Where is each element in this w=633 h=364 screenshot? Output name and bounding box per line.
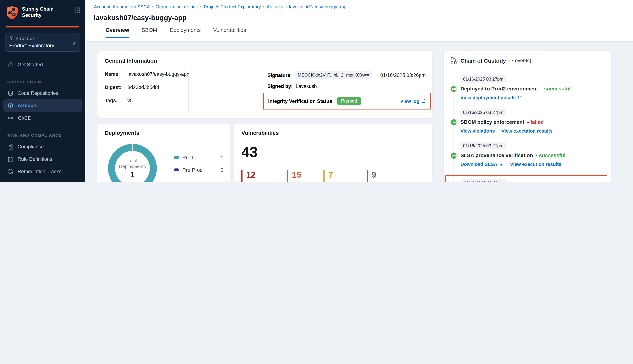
severity-low: 9LOW	[367, 170, 387, 182]
view-execution-results-link[interactable]: View execution results	[510, 162, 562, 167]
tab-overview[interactable]: Overview	[106, 27, 129, 38]
severity-high: 15HIGH	[287, 170, 308, 182]
clipboard-check-icon	[7, 156, 14, 162]
integrity-status-annotation: Integrity Verification Status: Passed Vi…	[263, 93, 431, 110]
divider	[188, 74, 189, 110]
tab-vulnerabilities[interactable]: Vulnerabilities	[213, 27, 246, 38]
tab-sbom[interactable]: SBOM	[142, 27, 157, 38]
page-title: lavakush07/easy-buggy-app	[94, 14, 633, 22]
legend-prod: Prod 1	[174, 154, 224, 160]
chevron-separator: ›	[285, 4, 287, 10]
cicd-infinity-icon	[7, 114, 14, 121]
breadcrumb-organization[interactable]: Organization: default	[156, 4, 198, 10]
breadcrumb-project[interactable]: Project: Product Exploratory	[204, 4, 261, 10]
signature-timestamp: 01/16/2025 03:26pm	[380, 72, 426, 78]
chevron-right-icon	[72, 40, 76, 47]
sidebar-item-artifacts[interactable]: Artifacts	[3, 99, 82, 112]
divider	[620, 42, 620, 182]
status-badge-passed: Passed	[338, 97, 361, 105]
pre-prod-swatch	[174, 168, 179, 172]
home-icon	[7, 61, 14, 68]
sidebar-item-label: Artifacts	[18, 103, 38, 108]
sidebar: Supply Chain Security PROJECT Product Ex…	[0, 0, 85, 182]
field-signed-by: Signed by: Lavakush	[268, 84, 426, 89]
sidebar-item-compliance[interactable]: Compliance	[0, 140, 85, 153]
module-grid-icon[interactable]	[74, 7, 80, 15]
sidebar-item-label: Rule Definitions	[18, 156, 52, 162]
chain-of-custody-icon	[450, 57, 457, 64]
event-timestamp: 01/16/2025 03:27pm	[460, 76, 506, 83]
content-area: General Information Name:lavakush07/easy…	[85, 42, 633, 182]
external-link-icon	[421, 99, 426, 103]
breadcrumb-current[interactable]: lavakush07/easy-buggy-app	[289, 4, 346, 10]
supply-chain-security-logo-icon	[6, 6, 18, 20]
signature-value[interactable]: MEQCICde2VjIT...bL+2+mqnOXw==	[295, 72, 372, 79]
sidebar-item-label: Get Started	[18, 62, 43, 67]
prod-swatch	[174, 156, 179, 159]
chevron-separator: ›	[263, 4, 264, 10]
project-label: PROJECT	[16, 36, 35, 40]
sidebar-item-remediation-tracker[interactable]: Remediation Tracker	[0, 165, 85, 178]
severity-breakdown: 12CRITICAL 15HIGH 7MEDIUM 9LOW	[242, 170, 425, 182]
code-repo-icon	[7, 90, 14, 96]
breadcrumb-artifacts[interactable]: Artifacts	[267, 4, 283, 10]
page-header: Account: Automation-SSCA› Organization: …	[85, 0, 633, 42]
view-deployment-details-link[interactable]: View deployment details	[460, 95, 522, 100]
tab-deployments[interactable]: Deployments	[170, 27, 200, 38]
view-log-link[interactable]: View log	[400, 98, 426, 104]
event-timestamp: 01/16/2025 03:27pm	[460, 142, 506, 150]
custody-event-highlighted: 01/16/2025 03:26pm Artifact Integrity Ve…	[445, 176, 607, 182]
view-execution-results-link[interactable]: View execution results	[501, 128, 552, 134]
app-window: Supply Chain Security PROJECT Product Ex…	[0, 0, 633, 182]
event-title: Deployed to Prod2 environment	[460, 86, 538, 92]
general-information-card: General Information Name:lavakush07/easy…	[98, 51, 432, 118]
event-title: SBOM policy enforcement	[460, 119, 524, 125]
field-signature: Signature: MEQCICde2VjIT...bL+2+mqnOXw==…	[268, 72, 426, 79]
sidebar-item-label: CI/CD	[18, 115, 32, 121]
external-link-icon	[518, 96, 522, 100]
chevron-separator: ›	[200, 4, 202, 10]
download-icon	[499, 162, 504, 166]
chain-of-custody-card: Chain of Custody (7 events) 01/16/2025 0…	[444, 51, 611, 182]
event-timestamp: 01/16/2025 03:26pm	[461, 180, 506, 182]
section-label-supply-chain: SUPPLY CHAIN	[7, 80, 85, 84]
pipeline-step-icon	[450, 85, 458, 93]
custody-timeline: 01/16/2025 03:27pm Deployed to Prod2 env…	[450, 76, 604, 182]
pipeline-step-icon	[450, 119, 458, 126]
deployments-donut-chart: TotalDeployments 1	[108, 144, 157, 182]
vulnerabilities-card: Vulnerabilities 43 12CRITICAL 15HIGH 7ME…	[234, 124, 432, 182]
breadcrumb-account[interactable]: Account: Automation-SSCA	[94, 4, 150, 10]
view-violations-link[interactable]: View violations	[460, 128, 495, 134]
card-title: Vulnerabilities	[242, 130, 425, 136]
legend-pre-prod: Pre Prod 0	[174, 167, 224, 173]
breadcrumb: Account: Automation-SSCA› Organization: …	[94, 4, 633, 10]
event-timestamp: 01/16/2025 03:27pm	[460, 109, 506, 116]
event-status: successful	[536, 152, 566, 158]
severity-medium: 7MEDIUM	[324, 170, 351, 182]
app-title: Supply Chain Security	[22, 6, 74, 18]
sidebar-item-label: Compliance	[18, 144, 44, 149]
cube-wrench-icon	[7, 168, 14, 174]
events-count: (7 events)	[509, 58, 531, 63]
artifacts-cube-icon	[7, 102, 14, 108]
sidebar-item-label: Code Repositories	[18, 90, 58, 96]
download-slsa-link[interactable]: Download SLSA	[460, 162, 504, 167]
custody-event: 01/16/2025 03:27pm SBOM policy enforceme…	[450, 109, 604, 134]
pipeline-step-icon	[450, 152, 458, 159]
event-status: failed	[527, 119, 544, 125]
sidebar-item-rule-definitions[interactable]: Rule Definitions	[0, 153, 85, 165]
custody-event: 01/16/2025 03:27pm Deployed to Prod2 env…	[450, 76, 604, 100]
project-selector[interactable]: PROJECT Product Exploratory	[5, 32, 80, 52]
project-cube-icon	[9, 36, 14, 41]
doc-search-icon	[7, 143, 14, 150]
event-title: SLSA provenance verification	[460, 152, 533, 158]
tab-bar: Overview SBOM Deployments Vulnerabilitie…	[106, 27, 633, 38]
deployments-legend: Prod 1 Pre Prod 0	[174, 154, 224, 180]
custody-event: 01/16/2025 03:27pm SLSA provenance verif…	[450, 142, 604, 167]
sidebar-item-get-started[interactable]: Get Started	[0, 58, 85, 71]
sidebar-item-code-repositories[interactable]: Code Repositories	[0, 87, 85, 99]
section-label-risk-compliance: RISK AND COMPLIANCE	[7, 133, 85, 137]
project-name: Product Exploratory	[9, 42, 76, 48]
sidebar-item-cicd[interactable]: CI/CD	[0, 112, 85, 124]
event-status: successful	[541, 86, 570, 92]
